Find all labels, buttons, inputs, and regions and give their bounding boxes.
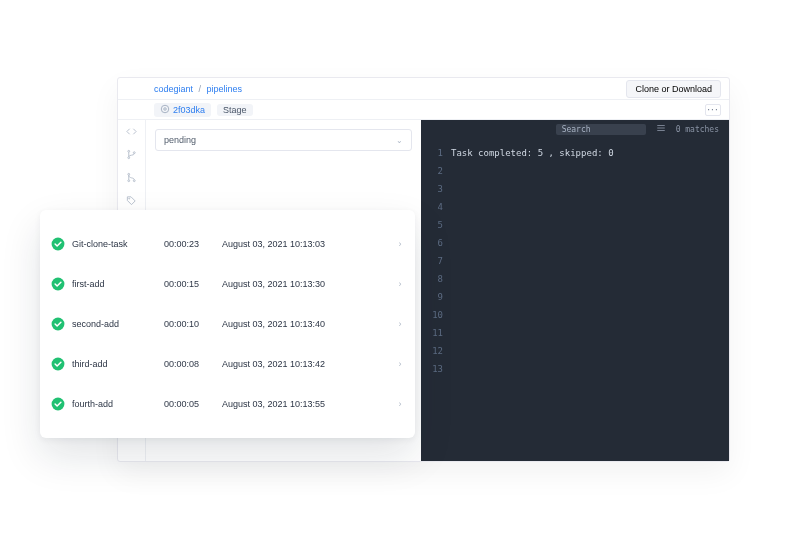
task-name: second-add — [72, 319, 164, 329]
chevron-right-icon[interactable]: › — [389, 279, 411, 289]
svg-point-4 — [133, 152, 135, 154]
console-line — [451, 252, 729, 270]
check-icon — [44, 237, 72, 251]
gutter-line: 5 — [421, 216, 443, 234]
svg-point-14 — [52, 278, 65, 291]
check-icon — [44, 397, 72, 411]
console-line — [451, 324, 729, 342]
svg-point-3 — [128, 157, 130, 159]
gutter-line: 4 — [421, 198, 443, 216]
commit-chip[interactable]: 2f03dka — [154, 103, 211, 117]
more-menu-button[interactable]: ··· — [705, 104, 721, 116]
task-timestamp: August 03, 2021 10:13:42 — [222, 359, 389, 369]
console-toolbar: Search 0 matches — [421, 120, 729, 138]
gutter-line: 10 — [421, 306, 443, 324]
breadcrumb-sep: / — [196, 84, 205, 94]
breadcrumb-root[interactable]: codegiant — [154, 84, 193, 94]
chevron-right-icon[interactable]: › — [389, 359, 411, 369]
breadcrumb-leaf[interactable]: pipelines — [207, 84, 243, 94]
console-line — [451, 198, 729, 216]
console-line: Task completed: 5 , skipped: 0 — [451, 144, 729, 162]
console-line — [451, 342, 729, 360]
console-line — [451, 180, 729, 198]
commit-icon — [160, 104, 170, 116]
svg-point-17 — [52, 398, 65, 411]
gutter-line: 7 — [421, 252, 443, 270]
chevron-right-icon[interactable]: › — [389, 239, 411, 249]
task-duration: 00:00:08 — [164, 359, 222, 369]
svg-point-6 — [128, 180, 130, 182]
task-name: first-add — [72, 279, 164, 289]
check-icon — [44, 317, 72, 331]
stage-chip[interactable]: Stage — [217, 104, 253, 116]
gutter-line: 13 — [421, 360, 443, 378]
gutter-line: 6 — [421, 234, 443, 252]
svg-point-2 — [128, 150, 130, 152]
task-duration: 00:00:10 — [164, 319, 222, 329]
commit-row: 2f03dka Stage ··· — [118, 100, 729, 120]
task-name: third-add — [72, 359, 164, 369]
gutter-line: 2 — [421, 162, 443, 180]
console-body: 12345678910111213 Task completed: 5 , sk… — [421, 138, 729, 461]
console-match-count: 0 matches — [676, 125, 719, 134]
svg-point-8 — [129, 198, 130, 199]
rail-merge-icon[interactable] — [126, 172, 137, 185]
chevron-right-icon[interactable]: › — [389, 399, 411, 409]
check-icon — [44, 357, 72, 371]
task-name: Git-clone-task — [72, 239, 164, 249]
console-line — [451, 288, 729, 306]
svg-point-15 — [52, 318, 65, 331]
status-select[interactable]: pending ⌄ — [155, 129, 412, 151]
task-name: fourth-add — [72, 399, 164, 409]
clone-download-button[interactable]: Clone or Download — [626, 80, 721, 98]
task-timestamp: August 03, 2021 10:13:40 — [222, 319, 389, 329]
svg-point-1 — [161, 105, 169, 113]
console-search-input[interactable]: Search — [556, 124, 646, 135]
gutter-line: 9 — [421, 288, 443, 306]
breadcrumb: codegiant / pipelines — [154, 84, 242, 94]
gutter-line: 8 — [421, 270, 443, 288]
svg-point-13 — [52, 238, 65, 251]
console-line — [451, 270, 729, 288]
gutter-line: 1 — [421, 144, 443, 162]
rail-code-icon[interactable] — [126, 126, 137, 139]
svg-point-5 — [128, 173, 130, 175]
task-duration: 00:00:23 — [164, 239, 222, 249]
task-row[interactable]: third-add00:00:08August 03, 2021 10:13:4… — [44, 344, 411, 384]
console-pane: Search 0 matches 12345678910111213 Task … — [421, 120, 729, 461]
chevron-down-icon: ⌄ — [396, 136, 403, 145]
console-line — [451, 234, 729, 252]
console-line — [451, 216, 729, 234]
svg-point-0 — [164, 107, 167, 110]
topbar: codegiant / pipelines Clone or Download — [118, 78, 729, 100]
task-duration: 00:00:15 — [164, 279, 222, 289]
task-row[interactable]: Git-clone-task00:00:23August 03, 2021 10… — [44, 224, 411, 264]
gutter-line: 12 — [421, 342, 443, 360]
check-icon — [44, 277, 72, 291]
task-duration: 00:00:05 — [164, 399, 222, 409]
chevron-right-icon[interactable]: › — [389, 319, 411, 329]
commit-hash: 2f03dka — [173, 105, 205, 115]
console-line — [451, 306, 729, 324]
task-timestamp: August 03, 2021 10:13:55 — [222, 399, 389, 409]
console-gutter: 12345678910111213 — [421, 144, 451, 461]
rail-tag-icon[interactable] — [126, 195, 137, 208]
task-timestamp: August 03, 2021 10:13:03 — [222, 239, 389, 249]
svg-point-16 — [52, 358, 65, 371]
gutter-line: 3 — [421, 180, 443, 198]
console-line — [451, 162, 729, 180]
status-value: pending — [164, 135, 196, 145]
svg-point-7 — [133, 180, 135, 182]
rail-branch-icon[interactable] — [126, 149, 137, 162]
console-lines-icon[interactable] — [656, 123, 666, 135]
task-card: Git-clone-task00:00:23August 03, 2021 10… — [40, 210, 415, 438]
task-row[interactable]: first-add00:00:15August 03, 2021 10:13:3… — [44, 264, 411, 304]
task-row[interactable]: fourth-add00:00:05August 03, 2021 10:13:… — [44, 384, 411, 424]
console-line — [451, 360, 729, 378]
task-timestamp: August 03, 2021 10:13:30 — [222, 279, 389, 289]
task-row[interactable]: second-add00:00:10August 03, 2021 10:13:… — [44, 304, 411, 344]
gutter-line: 11 — [421, 324, 443, 342]
console-lines: Task completed: 5 , skipped: 0 — [451, 144, 729, 461]
